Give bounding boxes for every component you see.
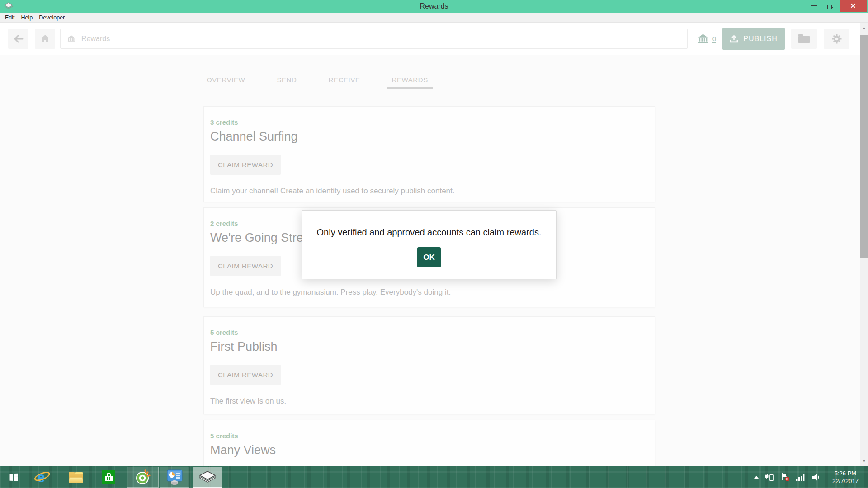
- chevron-up-icon: [754, 476, 759, 479]
- publish-button[interactable]: PUBLISH: [722, 28, 785, 50]
- reward-description: Claim your channel! Create an identity u…: [210, 187, 648, 196]
- show-hidden-icons-button[interactable]: [753, 475, 760, 479]
- reward-title: Channel Surfing: [210, 130, 648, 144]
- internet-explorer-icon: e: [34, 469, 51, 486]
- svg-text:e: e: [37, 469, 45, 485]
- scrollbar-thumb[interactable]: [860, 35, 868, 258]
- signal-bars-icon: [796, 474, 806, 481]
- restore-icon: [827, 4, 833, 9]
- scroll-up-arrow[interactable]: ▲: [860, 23, 868, 33]
- home-button[interactable]: [35, 29, 55, 49]
- screen: Rewards ✕ Edit Help Developer: [0, 0, 868, 488]
- flag-alert-icon: [780, 473, 790, 482]
- tab-overview[interactable]: OVERVIEW: [202, 73, 250, 89]
- claim-reward-button[interactable]: CLAIM REWARD: [210, 256, 281, 276]
- credits-bank-icon: [697, 33, 709, 44]
- modal-ok-button[interactable]: OK: [417, 247, 441, 267]
- power-status-button[interactable]: [764, 472, 775, 482]
- system-settings-button[interactable]: [160, 467, 189, 488]
- downloads-folder-button[interactable]: [791, 29, 817, 49]
- minimize-button[interactable]: [807, 0, 821, 12]
- menu-developer[interactable]: Developer: [36, 13, 68, 23]
- tab-rewards[interactable]: REWARDS: [387, 73, 433, 89]
- tab-receive[interactable]: RECEIVE: [324, 73, 364, 89]
- clock-date: 22/7/2017: [828, 477, 863, 485]
- reward-title: Many Views: [210, 443, 648, 457]
- window-title: Rewards: [0, 0, 868, 13]
- restore-button[interactable]: [823, 0, 837, 12]
- menu-help[interactable]: Help: [18, 13, 36, 23]
- action-center-button[interactable]: [779, 472, 791, 483]
- dragon-browser-button[interactable]: [127, 467, 159, 488]
- lbry-taskbar-icon: [198, 470, 217, 484]
- nav-bar: Rewards 0 PUBLISH: [0, 23, 860, 55]
- alert-modal: Only verified and approved accounts can …: [302, 210, 557, 279]
- reward-description: Up the quad, and to the gymanasium. Pres…: [210, 288, 648, 297]
- internet-explorer-button[interactable]: e: [30, 466, 55, 488]
- tab-send[interactable]: SEND: [272, 73, 301, 89]
- windows-store-button[interactable]: [95, 466, 122, 488]
- system-tray: 5:26 PM 22/7/2017: [753, 466, 868, 488]
- gear-icon: [831, 33, 842, 44]
- upload-icon: [730, 34, 738, 43]
- reward-card: 5 credits First Publish CLAIM REWARD The…: [203, 316, 655, 414]
- reward-credits: 3 credits: [210, 118, 648, 126]
- back-button[interactable]: [8, 29, 28, 49]
- start-button[interactable]: [3, 466, 24, 488]
- publish-label: PUBLISH: [743, 35, 777, 43]
- claim-reward-button[interactable]: CLAIM REWARD: [210, 155, 281, 175]
- address-text: Rewards: [81, 35, 110, 43]
- reward-card: 3 credits Channel Surfing CLAIM REWARD C…: [203, 106, 655, 202]
- network-status-button[interactable]: [795, 473, 807, 482]
- modal-message: Only verified and approved accounts can …: [302, 227, 556, 238]
- file-explorer-button[interactable]: [62, 466, 90, 488]
- credits-count: 0: [712, 35, 716, 43]
- reward-title: First Publish: [210, 340, 648, 354]
- reward-credits: 5 credits: [210, 432, 648, 440]
- speaker-icon: [811, 473, 821, 481]
- close-button[interactable]: ✕: [840, 0, 867, 12]
- minimize-icon: [811, 5, 817, 6]
- bank-icon: [67, 35, 75, 43]
- taskbar-clock[interactable]: 5:26 PM 22/7/2017: [826, 469, 865, 485]
- volume-button[interactable]: [811, 472, 821, 482]
- close-icon: ✕: [850, 2, 856, 10]
- windows-logo-icon: [9, 473, 18, 481]
- file-explorer-icon: [68, 471, 84, 483]
- menu-bar: Edit Help Developer: [0, 13, 868, 23]
- lbry-app-taskbar-button[interactable]: [193, 467, 222, 488]
- battery-plug-icon: [764, 473, 774, 481]
- vertical-scrollbar: ▲ ▼: [860, 23, 868, 466]
- system-settings-icon: [165, 469, 184, 485]
- scroll-down-arrow[interactable]: ▼: [860, 456, 868, 465]
- folder-icon: [798, 36, 810, 43]
- menu-edit[interactable]: Edit: [2, 13, 18, 23]
- reward-description: The first view is on us.: [210, 397, 648, 406]
- reward-credits: 5 credits: [210, 328, 648, 336]
- clock-time: 5:26 PM: [828, 469, 863, 477]
- credits-balance[interactable]: 0: [697, 33, 716, 44]
- wallet-tabs: OVERVIEW SEND RECEIVE REWARDS: [202, 73, 433, 89]
- home-icon: [41, 34, 50, 43]
- address-bar[interactable]: Rewards: [60, 29, 688, 49]
- taskbar: e: [0, 466, 868, 488]
- windows-store-icon: [102, 470, 115, 484]
- dragon-browser-icon: [134, 469, 151, 486]
- back-arrow-icon: [13, 34, 24, 43]
- claim-reward-button[interactable]: CLAIM REWARD: [210, 365, 281, 385]
- settings-button[interactable]: [824, 29, 849, 49]
- title-bar: Rewards ✕: [0, 0, 868, 13]
- reward-card: 5 credits Many Views: [203, 420, 655, 466]
